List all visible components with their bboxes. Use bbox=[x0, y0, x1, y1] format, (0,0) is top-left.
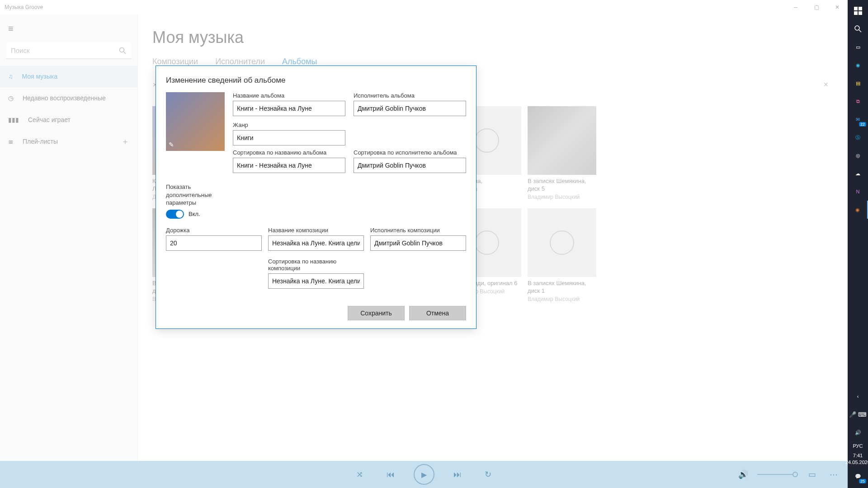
nav-recent[interactable]: ◷ Недавно воспроизведенные bbox=[0, 87, 137, 109]
dialog-title: Изменение сведений об альбоме bbox=[166, 76, 466, 85]
skype-icon[interactable]: Ⓢ bbox=[848, 128, 868, 146]
svg-point-6 bbox=[855, 26, 859, 30]
nav-playlists[interactable]: ≣ Плей-листы ＋ bbox=[0, 131, 137, 152]
groove-taskbar-icon[interactable]: ◉ bbox=[848, 201, 868, 219]
sidebar: ≡ ♫ Моя музыка ◷ Недавно воспроизведенны… bbox=[0, 14, 138, 488]
svg-rect-5 bbox=[859, 11, 862, 15]
explorer-icon[interactable]: ▤ bbox=[848, 74, 868, 92]
music-note-icon: ♫ bbox=[8, 73, 13, 80]
edit-album-dialog: Изменение сведений об альбоме ✎ Название… bbox=[156, 66, 476, 329]
edge-icon[interactable]: ◉ bbox=[848, 56, 868, 74]
svg-line-7 bbox=[859, 30, 861, 32]
action-center-icon[interactable]: 💬25 bbox=[848, 467, 868, 485]
now-playing-bar: ⤨ ⏮ ▶ ⏭ ↻ 🔊 ▭ ⋯ bbox=[0, 461, 848, 488]
nav-label: Недавно воспроизведенные bbox=[23, 94, 106, 102]
search-input[interactable] bbox=[6, 42, 131, 59]
label-album-title: Название альбома bbox=[233, 92, 345, 99]
taskbar: ▭ ◉ ▤ ⧉ ✉22 Ⓢ ◎ ☁ N ◉ ‹ 🎤 ⌨ 🔊 РУС 7:41 2… bbox=[848, 0, 868, 488]
album-card[interactable]: В записях Шемякина, диск 1 Владимир Высо… bbox=[528, 208, 596, 302]
next-button[interactable]: ⏭ bbox=[450, 467, 465, 482]
album-title: В записях Шемякина, диск 1 bbox=[528, 280, 596, 295]
album-cover[interactable]: ✎ bbox=[166, 92, 225, 151]
playlist-icon: ≣ bbox=[8, 138, 14, 145]
selection-close-button[interactable]: ✕ bbox=[823, 81, 833, 88]
prev-button[interactable]: ⏮ bbox=[383, 467, 398, 482]
store-icon[interactable]: ⧉ bbox=[848, 92, 868, 110]
input-album-artist[interactable] bbox=[354, 101, 466, 116]
nav-now-playing[interactable]: ▮▮▮ Сейчас играет bbox=[0, 109, 137, 131]
repeat-button[interactable]: ↻ bbox=[481, 467, 496, 482]
clock-icon: ◷ bbox=[8, 94, 14, 102]
window-close-button[interactable]: ✕ bbox=[827, 0, 848, 14]
album-artist: Владимир Высоцкий bbox=[528, 194, 596, 200]
toggle-state: Вкл. bbox=[189, 211, 200, 217]
tray-language[interactable]: РУС bbox=[853, 443, 863, 449]
tray-date: 24.05.2020 bbox=[845, 459, 868, 465]
input-track-title[interactable] bbox=[268, 235, 364, 251]
label-artist-sort: Сортировка по исполнителю альбома bbox=[354, 149, 466, 156]
album-art bbox=[528, 106, 596, 175]
edit-cover-icon[interactable]: ✎ bbox=[169, 141, 174, 148]
label-album-sort: Сортировка по названию альбома bbox=[233, 149, 345, 156]
app-title: Музыка Groove bbox=[5, 4, 43, 10]
svg-rect-4 bbox=[854, 11, 858, 15]
hamburger-button[interactable]: ≡ bbox=[0, 20, 137, 38]
album-artist: Владимир Высоцкий bbox=[528, 296, 596, 302]
tray-clock[interactable]: 7:41 24.05.2020 bbox=[845, 452, 868, 465]
nav-label: Плей-листы bbox=[23, 138, 58, 145]
label-genre: Жанр bbox=[233, 122, 345, 128]
tray-mic-keyboard[interactable]: 🎤 ⌨ bbox=[848, 405, 868, 423]
bars-icon: ▮▮▮ bbox=[8, 116, 19, 123]
search-taskbar-icon[interactable] bbox=[848, 20, 868, 38]
svg-rect-2 bbox=[854, 7, 858, 10]
label-album-artist: Исполнитель альбома bbox=[354, 92, 466, 99]
label-track-no: Дорожка bbox=[166, 227, 262, 234]
tray-chevron-icon[interactable]: ‹ bbox=[848, 387, 868, 405]
tray-volume-icon[interactable]: 🔊 bbox=[848, 423, 868, 441]
label-advanced: Показать дополнительные параметры bbox=[166, 183, 220, 207]
save-button[interactable]: Сохранить bbox=[348, 306, 405, 320]
album-title: В записях Шемякина, диск 5 bbox=[528, 178, 596, 193]
mail-icon[interactable]: ✉22 bbox=[848, 110, 868, 128]
shuffle-button[interactable]: ⤨ bbox=[352, 467, 368, 482]
app-icon[interactable]: ◎ bbox=[848, 146, 868, 164]
mail-badge: 22 bbox=[859, 122, 866, 127]
play-button[interactable]: ▶ bbox=[414, 464, 434, 485]
input-genre[interactable] bbox=[233, 130, 345, 145]
svg-rect-3 bbox=[859, 7, 862, 10]
nav-my-music[interactable]: ♫ Моя музыка bbox=[0, 66, 137, 87]
input-album-sort[interactable] bbox=[233, 158, 345, 173]
groove-window: Музыка Groove ─ ▢ ✕ ≡ ♫ Моя музыка ◷ Нед… bbox=[0, 0, 848, 488]
volume-slider[interactable] bbox=[757, 474, 798, 475]
input-track-sort[interactable] bbox=[268, 273, 364, 289]
window-maximize-button[interactable]: ▢ bbox=[806, 0, 827, 14]
input-album-title[interactable] bbox=[233, 101, 345, 116]
label-track-title: Название композиции bbox=[268, 227, 364, 234]
titlebar: Музыка Groove ─ ▢ ✕ bbox=[0, 0, 848, 14]
album-card[interactable]: В записях Шемякина, диск 5 Владимир Высо… bbox=[528, 106, 596, 200]
task-view-icon[interactable]: ▭ bbox=[848, 38, 868, 56]
svg-line-1 bbox=[124, 52, 126, 54]
more-button[interactable]: ⋯ bbox=[826, 467, 841, 482]
steam-icon[interactable]: ☁ bbox=[848, 164, 868, 183]
miniplayer-button[interactable]: ▭ bbox=[804, 467, 820, 482]
nav-label: Моя музыка bbox=[22, 73, 58, 80]
nav-label: Сейчас играет bbox=[28, 116, 71, 123]
input-track-no[interactable] bbox=[166, 235, 262, 251]
label-track-sort: Сортировка по названию композиции bbox=[268, 258, 364, 272]
start-button[interactable] bbox=[848, 2, 868, 20]
onenote-icon[interactable]: N bbox=[848, 183, 868, 201]
advanced-toggle[interactable] bbox=[166, 210, 184, 219]
search-icon[interactable] bbox=[117, 45, 128, 56]
tray-time: 7:41 bbox=[845, 452, 868, 459]
svg-point-0 bbox=[120, 48, 124, 52]
input-track-artist[interactable] bbox=[370, 235, 466, 251]
window-minimize-button[interactable]: ─ bbox=[785, 0, 806, 14]
notif-badge: 25 bbox=[859, 479, 866, 483]
add-playlist-button[interactable]: ＋ bbox=[121, 136, 129, 147]
label-track-artist: Исполнитель композиции bbox=[370, 227, 466, 234]
input-artist-sort[interactable] bbox=[354, 158, 466, 173]
volume-icon[interactable]: 🔊 bbox=[736, 467, 751, 482]
album-art bbox=[528, 208, 596, 277]
cancel-button[interactable]: Отмена bbox=[409, 306, 466, 320]
